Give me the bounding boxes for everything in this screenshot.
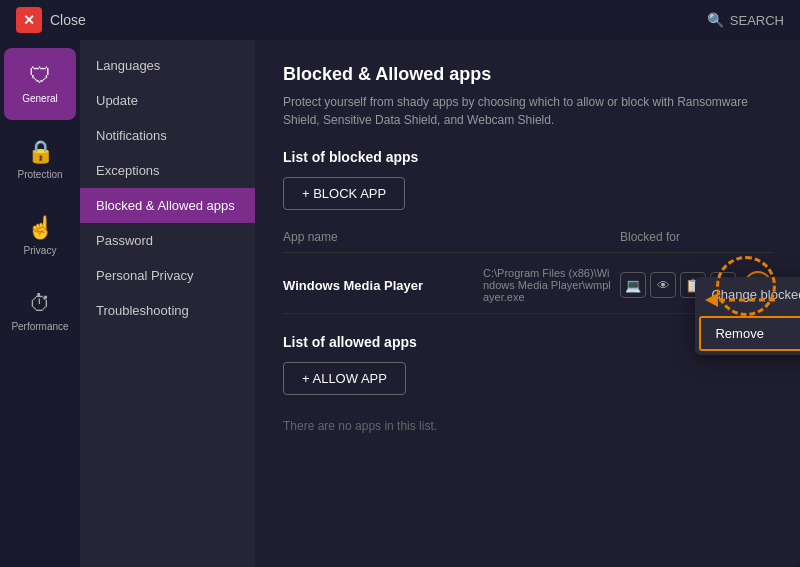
data-shield-icon: 👁 — [650, 272, 676, 298]
col-header-blocked-for: Blocked for — [612, 230, 772, 244]
allow-app-button[interactable]: + ALLOW APP — [283, 362, 406, 395]
settings-item-languages[interactable]: Languages — [80, 48, 255, 83]
sidebar-item-general[interactable]: 🛡 General — [4, 48, 76, 120]
close-button[interactable]: ✕ — [16, 7, 42, 33]
protection-label: Protection — [17, 169, 62, 180]
general-label: General — [22, 93, 58, 104]
protection-icon: 🔒 — [27, 141, 54, 163]
sidebar-item-privacy[interactable]: ☝ Privacy — [4, 200, 76, 272]
change-blocked-features-item[interactable]: Change blocked features — [695, 277, 800, 312]
privacy-icon: ☝ — [27, 217, 54, 239]
window-title: Close — [50, 12, 86, 28]
col-header-app-name: App name — [283, 230, 483, 244]
privacy-label: Privacy — [24, 245, 57, 256]
table-header: App name Blocked for — [283, 226, 772, 253]
panel-description: Protect yourself from shady apps by choo… — [283, 93, 772, 129]
sidebar-item-protection[interactable]: 🔒 Protection — [4, 124, 76, 196]
options-dropdown: Change blocked features Remove — [695, 277, 800, 355]
ransomware-shield-icon: 💻 — [620, 272, 646, 298]
main-panel: Blocked & Allowed apps Protect yourself … — [255, 40, 800, 567]
title-bar: ✕ Close 🔍 SEARCH — [0, 0, 800, 40]
icon-sidebar: 🛡 General 🔒 Protection ☝ Privacy ⏱ Perfo… — [0, 40, 80, 567]
sidebar-item-performance[interactable]: ⏱ Performance — [4, 276, 76, 348]
search-area[interactable]: 🔍 SEARCH — [707, 12, 784, 28]
general-icon: 🛡 — [29, 65, 51, 87]
panel-title: Blocked & Allowed apps — [283, 64, 772, 85]
title-bar-left: ✕ Close — [16, 7, 86, 33]
no-apps-text: There are no apps in this list. — [283, 419, 772, 433]
settings-item-password[interactable]: Password — [80, 223, 255, 258]
path-cell: C:\Program Files (x86)\Windows Media Pla… — [483, 267, 612, 303]
settings-item-update[interactable]: Update — [80, 83, 255, 118]
main-content: 🛡 General 🔒 Protection ☝ Privacy ⏱ Perfo… — [0, 40, 800, 567]
settings-item-notifications[interactable]: Notifications — [80, 118, 255, 153]
app-name-cell: Windows Media Player — [283, 278, 483, 293]
performance-label: Performance — [11, 321, 68, 332]
settings-item-blocked-allowed[interactable]: Blocked & Allowed apps — [80, 188, 255, 223]
block-app-button[interactable]: + BLOCK APP — [283, 177, 405, 210]
search-icon: 🔍 — [707, 12, 724, 28]
settings-item-personal-privacy[interactable]: Personal Privacy — [80, 258, 255, 293]
performance-icon: ⏱ — [29, 293, 51, 315]
settings-sidebar: Languages Update Notifications Exception… — [80, 40, 255, 567]
blocked-section-title: List of blocked apps — [283, 149, 772, 165]
settings-item-exceptions[interactable]: Exceptions — [80, 153, 255, 188]
remove-item[interactable]: Remove — [699, 316, 800, 351]
app-window: ✕ Close 🔍 SEARCH 🛡 General 🔒 Protection … — [0, 0, 800, 567]
icons-cell: 💻 👁 📋 🎥 ··· Change blocked features Remo… — [612, 271, 772, 299]
table-row: Windows Media Player C:\Program Files (x… — [283, 257, 772, 314]
search-label: SEARCH — [730, 13, 784, 28]
settings-item-troubleshooting[interactable]: Troubleshooting — [80, 293, 255, 328]
